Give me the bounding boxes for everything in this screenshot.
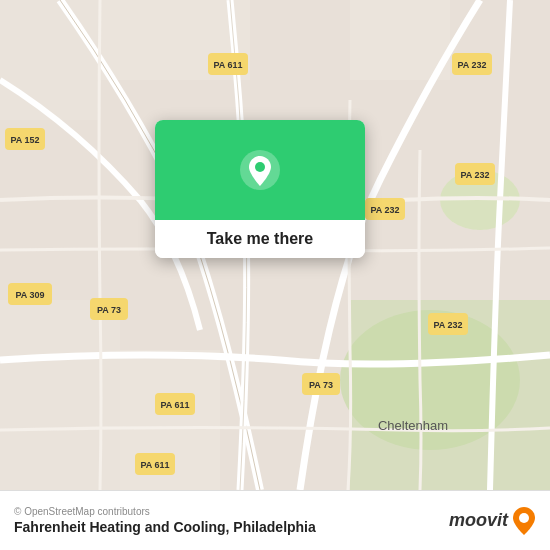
business-name: Fahrenheit Heating and Cooling, Philadel…	[14, 519, 316, 535]
svg-text:Cheltenham: Cheltenham	[378, 418, 448, 433]
popup-card[interactable]: Take me there	[155, 120, 365, 258]
svg-text:PA 232: PA 232	[457, 60, 486, 70]
moovit-text: moovit	[449, 510, 508, 531]
svg-text:PA 309: PA 309	[15, 290, 44, 300]
map-container: PA 611 PA 232 PA 152 PA 309 PA 73 PA 232…	[0, 0, 550, 490]
bottom-info: © OpenStreetMap contributors Fahrenheit …	[14, 506, 316, 535]
svg-rect-6	[350, 0, 450, 80]
location-pin-icon	[238, 148, 282, 192]
svg-text:PA 611: PA 611	[140, 460, 169, 470]
svg-text:PA 611: PA 611	[160, 400, 189, 410]
svg-point-34	[519, 513, 529, 523]
popup-card-header	[155, 120, 365, 220]
svg-text:PA 73: PA 73	[309, 380, 333, 390]
svg-text:PA 73: PA 73	[97, 305, 121, 315]
svg-point-33	[255, 162, 265, 172]
svg-text:PA 611: PA 611	[213, 60, 242, 70]
take-me-there-button[interactable]: Take me there	[155, 220, 365, 258]
svg-rect-4	[0, 0, 100, 120]
svg-text:PA 152: PA 152	[10, 135, 39, 145]
moovit-logo: moovit	[449, 507, 536, 535]
svg-text:PA 232: PA 232	[433, 320, 462, 330]
bottom-bar: © OpenStreetMap contributors Fahrenheit …	[0, 490, 550, 550]
moovit-pin-icon	[512, 507, 536, 535]
copyright-text: © OpenStreetMap contributors	[14, 506, 316, 517]
svg-text:PA 232: PA 232	[370, 205, 399, 215]
svg-text:PA 232: PA 232	[460, 170, 489, 180]
